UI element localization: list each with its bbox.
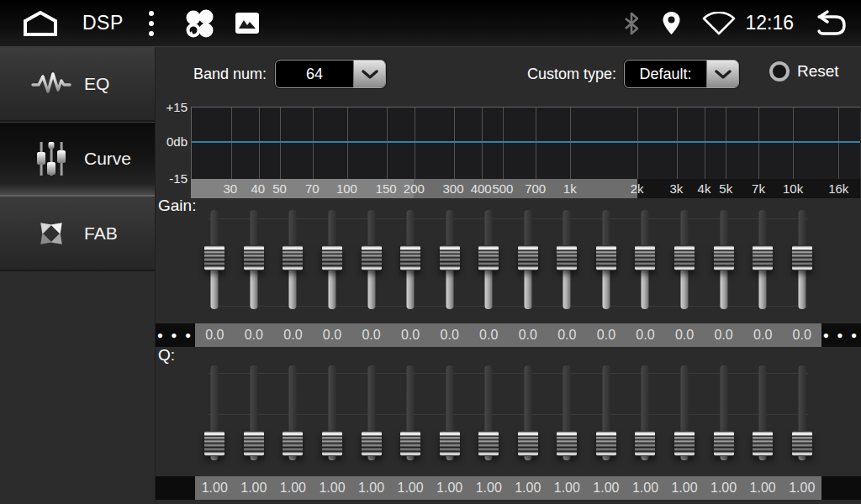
gain-slider bbox=[665, 210, 705, 309]
q-slider-thumb[interactable] bbox=[440, 431, 460, 456]
overflow-menu-icon[interactable] bbox=[145, 8, 157, 39]
q-slider-thumb[interactable] bbox=[283, 431, 303, 456]
q-value: 1.00 bbox=[626, 476, 665, 500]
gain-slider-thumb[interactable] bbox=[244, 245, 264, 270]
y-axis-label: -15 bbox=[156, 171, 188, 186]
gain-slider-thumb[interactable] bbox=[362, 245, 382, 270]
q-slider-thumb[interactable] bbox=[204, 431, 224, 456]
gain-slider bbox=[782, 210, 821, 309]
q-slider-thumb[interactable] bbox=[714, 431, 734, 456]
q-slider-thumb[interactable] bbox=[244, 431, 264, 456]
chevron-down-icon[interactable] bbox=[706, 60, 738, 87]
gain-slider-thumb[interactable] bbox=[674, 245, 695, 270]
freq-tick-label: 1k bbox=[563, 179, 577, 198]
home-icon[interactable] bbox=[22, 10, 59, 37]
reset-radio-icon[interactable] bbox=[769, 61, 790, 81]
apps-clover-icon[interactable] bbox=[182, 7, 216, 40]
freq-tick-label: 150 bbox=[376, 179, 397, 198]
q-slider-thumb[interactable] bbox=[362, 431, 382, 456]
q-value: 1.00 bbox=[195, 476, 235, 500]
eq-gridline bbox=[313, 108, 314, 179]
q-slider-thumb[interactable] bbox=[400, 431, 420, 456]
gain-slider-thumb[interactable] bbox=[635, 245, 655, 270]
gain-value: 0.0 bbox=[587, 323, 626, 347]
q-value: 1.00 bbox=[235, 476, 274, 500]
freq-tick-label: 30 bbox=[223, 179, 237, 198]
gain-slider bbox=[195, 210, 235, 309]
eq-gridline bbox=[482, 108, 483, 179]
q-value: 1.00 bbox=[509, 476, 548, 500]
location-icon bbox=[662, 11, 681, 35]
band-num-dropdown[interactable]: 64 bbox=[275, 60, 386, 88]
gain-slider-thumb[interactable] bbox=[792, 245, 812, 270]
eq-gridline bbox=[536, 108, 536, 179]
q-slider-thumb[interactable] bbox=[557, 431, 577, 456]
gain-slider-thumb[interactable] bbox=[518, 245, 538, 270]
q-slider bbox=[430, 365, 469, 460]
gain-slider bbox=[587, 210, 626, 309]
scroll-left-button[interactable]: ● ● ● bbox=[156, 323, 195, 347]
eq-curve[interactable] bbox=[192, 141, 860, 143]
sidebar: EQ Curve bbox=[0, 47, 156, 504]
q-slider-thumb[interactable] bbox=[478, 431, 499, 456]
q-slider bbox=[665, 365, 705, 460]
gain-slider bbox=[313, 210, 352, 309]
freq-tick-label: 4k bbox=[698, 179, 711, 198]
clock: 12:16 bbox=[745, 12, 794, 34]
eq-gridline bbox=[231, 108, 232, 179]
gain-slider bbox=[626, 210, 665, 309]
fade-balance-icon bbox=[27, 217, 76, 250]
gain-slider bbox=[509, 210, 548, 309]
q-slider-thumb[interactable] bbox=[674, 431, 695, 456]
eq-gridline bbox=[705, 108, 705, 179]
y-axis-label: +15 bbox=[156, 100, 188, 114]
sidebar-item-fab[interactable]: FAB bbox=[0, 197, 155, 271]
q-slider-thumb[interactable] bbox=[322, 431, 342, 456]
custom-type-dropdown[interactable]: Default: bbox=[624, 60, 739, 88]
gain-value: 0.0 bbox=[509, 323, 548, 347]
eq-gridline bbox=[280, 108, 281, 179]
reset-button[interactable]: Reset bbox=[769, 61, 839, 81]
gallery-icon[interactable] bbox=[235, 12, 260, 34]
eq-gridline bbox=[726, 108, 726, 179]
q-value: 1.00 bbox=[469, 476, 509, 500]
q-slider-thumb[interactable] bbox=[792, 431, 812, 456]
gain-slider-thumb[interactable] bbox=[322, 245, 342, 270]
eq-plot[interactable] bbox=[191, 107, 860, 179]
sidebar-item-curve[interactable]: Curve bbox=[0, 122, 155, 197]
scroll-left-button[interactable] bbox=[156, 476, 195, 500]
gain-slider-thumb[interactable] bbox=[714, 245, 734, 270]
gain-slider-thumb[interactable] bbox=[283, 245, 303, 270]
q-slider bbox=[469, 365, 509, 460]
gain-slider-thumb[interactable] bbox=[440, 245, 460, 270]
gain-slider-thumb[interactable] bbox=[557, 245, 577, 270]
q-slider-thumb[interactable] bbox=[596, 431, 616, 456]
freq-tick-label: 10k bbox=[783, 179, 803, 198]
q-value: 1.00 bbox=[665, 476, 705, 500]
q-slider-thumb[interactable] bbox=[753, 431, 773, 456]
gain-slider-thumb[interactable] bbox=[204, 245, 224, 270]
sidebar-item-eq[interactable]: EQ bbox=[0, 47, 155, 122]
q-value: 1.00 bbox=[351, 476, 391, 500]
q-slider-thumb[interactable] bbox=[518, 431, 538, 456]
app-title: DSP bbox=[82, 12, 124, 34]
gain-slider bbox=[235, 210, 274, 309]
scroll-right-button[interactable]: ● ● ● bbox=[821, 323, 861, 347]
gain-slider-thumb[interactable] bbox=[400, 245, 420, 270]
q-value: 1.00 bbox=[782, 476, 821, 500]
gain-slider bbox=[391, 210, 430, 309]
gain-slider bbox=[743, 210, 783, 309]
reset-label: Reset bbox=[797, 62, 839, 81]
q-slider-thumb[interactable] bbox=[635, 431, 655, 456]
chevron-down-icon[interactable] bbox=[353, 60, 385, 87]
gain-slider-thumb[interactable] bbox=[596, 245, 616, 270]
freq-tick-label: 500 bbox=[492, 179, 513, 198]
gain-slider-thumb[interactable] bbox=[753, 245, 773, 270]
gain-slider-thumb[interactable] bbox=[478, 245, 499, 270]
scroll-right-button[interactable] bbox=[821, 476, 861, 500]
q-value: 1.00 bbox=[313, 476, 352, 500]
freq-tick-label: 50 bbox=[272, 179, 287, 198]
back-return-icon[interactable] bbox=[809, 8, 848, 39]
gain-slider bbox=[430, 210, 469, 309]
curve-panel: Band num: 64 Custom type: Default: Reset… bbox=[156, 47, 861, 504]
